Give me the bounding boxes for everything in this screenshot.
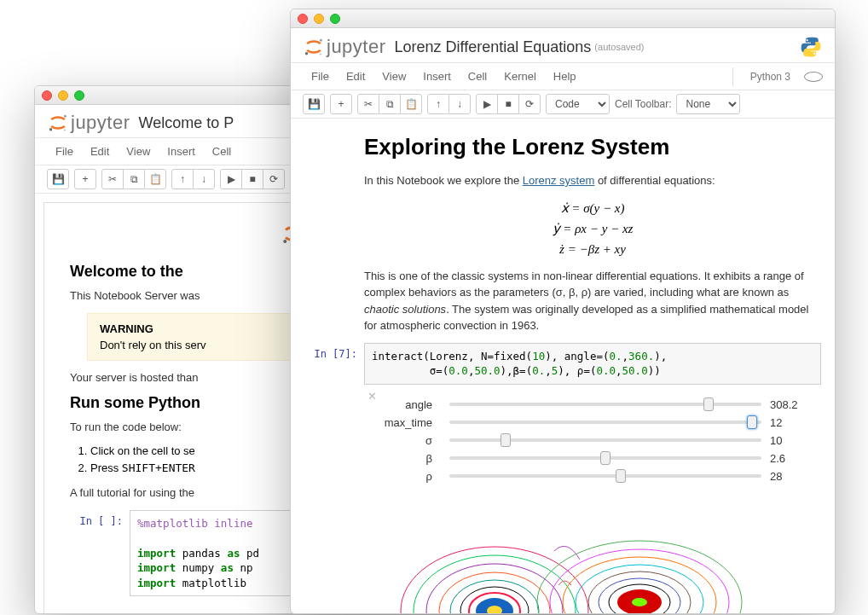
menu-view[interactable]: View (118, 142, 159, 161)
svg-point-0 (64, 115, 67, 118)
slider-track[interactable] (449, 474, 761, 478)
minimize-button[interactable] (314, 14, 324, 24)
zoom-button[interactable] (74, 90, 84, 101)
widget-label: max_time (381, 416, 441, 429)
slider-thumb[interactable] (616, 469, 626, 483)
cell-toolbar-select[interactable]: None (676, 94, 740, 114)
celltype-select[interactable]: Code (546, 94, 610, 114)
slider-thumb[interactable] (600, 451, 610, 465)
cut-icon[interactable]: ✂ (357, 94, 379, 114)
close-icon[interactable]: ✕ (367, 390, 377, 403)
slider-thumb[interactable] (703, 397, 714, 411)
widget-label: angle (381, 398, 441, 411)
kernel-name: Python 3 (742, 67, 799, 86)
slider-thumb[interactable] (501, 433, 511, 447)
widget-label: β (381, 452, 441, 465)
header: jupyter Lorenz Differential Equations (a… (291, 28, 835, 63)
svg-point-28 (632, 598, 647, 606)
add-cell-icon[interactable]: + (330, 94, 352, 114)
code-input[interactable]: interact(Lorenz, N=fixed(10), angle=(0.,… (364, 343, 821, 385)
svg-point-1 (49, 128, 53, 131)
run-icon[interactable]: ▶ (220, 169, 242, 189)
traffic-lights (298, 14, 340, 24)
minimize-button[interactable] (58, 90, 68, 101)
notebook-name[interactable]: Lorenz Differential Equations (395, 38, 592, 56)
warning-body: Don't rely on this serv (100, 339, 206, 351)
kernel-status-icon (804, 72, 823, 82)
widget-value: 10 (770, 434, 804, 447)
front-window: jupyter Lorenz Differential Equations (a… (290, 9, 836, 614)
menu-help[interactable]: Help (545, 67, 585, 86)
autosaved-label: (autosaved) (594, 42, 644, 52)
traffic-lights (42, 90, 84, 101)
copy-icon[interactable]: ⧉ (123, 169, 145, 189)
svg-point-2 (64, 129, 66, 131)
svg-point-8 (320, 53, 321, 55)
widget-row: angle 308.2 (381, 398, 804, 411)
paragraph: This is one of the classic systems in no… (364, 268, 821, 334)
menu-edit[interactable]: Edit (338, 67, 373, 86)
paste-icon[interactable]: 📋 (144, 169, 166, 189)
jupyter-text: jupyter (327, 36, 386, 58)
stop-icon[interactable]: ■ (241, 169, 263, 189)
widget-row: max_time 12 (381, 416, 804, 429)
close-button[interactable] (42, 90, 52, 101)
add-cell-icon[interactable]: + (74, 169, 96, 189)
jupyter-logo: jupyter (47, 112, 130, 134)
svg-point-6 (320, 39, 322, 42)
close-button[interactable] (298, 14, 308, 24)
stop-icon[interactable]: ■ (497, 94, 519, 114)
slider-thumb[interactable] (747, 415, 757, 429)
widget-label: σ (381, 434, 441, 447)
restart-icon[interactable]: ⟳ (518, 94, 541, 114)
move-up-icon[interactable]: ↑ (171, 169, 194, 189)
jupyter-icon (303, 36, 325, 58)
slider-track[interactable] (449, 438, 761, 442)
widget-row: ρ 28 (381, 470, 804, 483)
copy-icon[interactable]: ⧉ (379, 94, 401, 114)
menu-kernel[interactable]: Kernel (495, 67, 545, 86)
slider-track[interactable] (449, 456, 761, 460)
cut-icon[interactable]: ✂ (101, 169, 124, 189)
input-prompt: In [ ]: (70, 510, 130, 597)
kernel-indicator: Python 3 (732, 67, 823, 86)
paste-icon[interactable]: 📋 (400, 94, 422, 114)
widget-value: 2.6 (770, 452, 804, 465)
widget-output: ✕ angle 308.2max_time 12σ 10β 2.6ρ 28 (364, 385, 821, 496)
menu-file[interactable]: File (303, 67, 338, 86)
move-down-icon[interactable]: ↓ (448, 94, 471, 114)
svg-point-7 (305, 52, 309, 55)
menu-cell[interactable]: Cell (204, 142, 240, 161)
menubar: File Edit View Insert Cell Kernel Help P… (291, 63, 835, 90)
svg-point-4 (283, 240, 286, 243)
run-icon[interactable]: ▶ (476, 94, 498, 114)
move-down-icon[interactable]: ↓ (193, 169, 215, 189)
slider-track[interactable] (449, 421, 761, 424)
menu-cell[interactable]: Cell (460, 67, 495, 86)
save-icon[interactable]: 💾 (303, 94, 325, 114)
page-title: Exploring the Lorenz System (364, 134, 821, 160)
menu-insert[interactable]: Insert (159, 142, 204, 161)
jupyter-text: jupyter (71, 112, 130, 134)
menu-file[interactable]: File (47, 142, 82, 161)
restart-icon[interactable]: ⟳ (263, 169, 285, 189)
menu-insert[interactable]: Insert (414, 67, 460, 86)
code-cell[interactable]: In [7]: interact(Lorenz, N=fixed(10), an… (304, 343, 821, 385)
slider-track[interactable] (449, 403, 761, 406)
move-up-icon[interactable]: ↑ (427, 94, 449, 114)
widget-value: 28 (770, 470, 804, 483)
widget-row: β 2.6 (381, 452, 804, 465)
widget-row: σ 10 (381, 434, 804, 447)
jupyter-logo: jupyter (303, 36, 386, 58)
notebook-name[interactable]: Welcome to P (139, 114, 234, 132)
paragraph: In this Notebook we explore the Lorenz s… (364, 172, 821, 189)
cell-toolbar-label: Cell Toolbar: (615, 98, 671, 110)
save-icon[interactable]: 💾 (47, 169, 69, 189)
titlebar (291, 9, 835, 28)
menu-edit[interactable]: Edit (82, 142, 118, 161)
menu-view[interactable]: View (373, 67, 414, 86)
svg-point-10 (813, 53, 815, 55)
zoom-button[interactable] (330, 14, 340, 24)
widget-value: 12 (770, 416, 804, 429)
lorenz-link[interactable]: Lorenz system (523, 174, 595, 187)
